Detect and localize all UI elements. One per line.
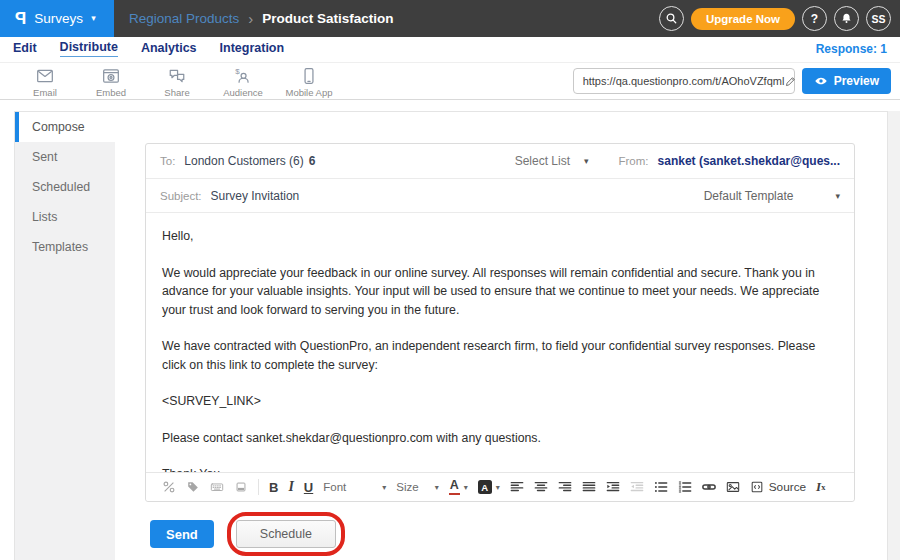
- subject-input[interactable]: Survey Invitation: [211, 189, 300, 203]
- channel-list: Email Embed Share $ Audience Mobile App: [12, 65, 342, 98]
- background-color-button[interactable]: A▾: [478, 480, 500, 494]
- right-gutter: [888, 111, 900, 560]
- select-list-dropdown[interactable]: Select List ▾: [515, 154, 589, 168]
- keyboard-button[interactable]: [210, 480, 224, 494]
- audience-icon: $: [234, 67, 252, 85]
- content-area: Compose Sent Scheduled Lists Templates T…: [0, 111, 900, 560]
- channel-embed[interactable]: Embed: [78, 65, 144, 98]
- indent-button[interactable]: [606, 480, 620, 494]
- tab-analytics[interactable]: Analytics: [141, 41, 197, 57]
- font-dropdown[interactable]: Font▾: [323, 481, 386, 493]
- embed-field-button[interactable]: [234, 480, 248, 494]
- keyboard-icon: [210, 480, 224, 494]
- tab-integration[interactable]: Integration: [220, 41, 285, 57]
- tab-edit[interactable]: Edit: [13, 41, 37, 57]
- template-dropdown[interactable]: Default Template ▾: [704, 189, 840, 203]
- email-icon: [36, 67, 54, 85]
- survey-link-button[interactable]: [162, 480, 176, 494]
- to-recipient-list[interactable]: London Customers (6): [184, 154, 303, 168]
- bullet-list-button[interactable]: [654, 480, 668, 494]
- placeholder-box-icon: [234, 480, 248, 494]
- compose-actions: Send Schedule: [145, 512, 870, 556]
- survey-url-field[interactable]: https://qa.questionpro.com/t/AOhoVZfqml: [573, 68, 795, 94]
- tag-button[interactable]: [186, 480, 200, 494]
- underline-button[interactable]: U: [304, 480, 313, 495]
- text-color-button[interactable]: A▾: [449, 479, 468, 495]
- align-left-button[interactable]: [510, 480, 524, 494]
- body-paragraph: Please contact sanket.shekdar@questionpr…: [162, 429, 838, 448]
- chevron-down-icon: ▾: [464, 483, 468, 492]
- size-dropdown[interactable]: Size▾: [396, 481, 438, 493]
- compose-card: To: London Customers (6) 6 Select List ▾…: [145, 143, 855, 502]
- send-button[interactable]: Send: [150, 520, 214, 548]
- source-button[interactable]: Source: [750, 480, 806, 494]
- sidebar-item-compose[interactable]: Compose: [15, 112, 115, 142]
- channel-mobile-app[interactable]: Mobile App: [276, 65, 342, 98]
- outdent-button[interactable]: [630, 480, 644, 494]
- align-justify-icon: [582, 480, 596, 494]
- remove-format-sub: x: [821, 482, 825, 492]
- to-label: To:: [160, 155, 175, 167]
- edit-pencil-icon[interactable]: [784, 75, 797, 88]
- align-right-button[interactable]: [558, 480, 572, 494]
- chevron-down-icon: ▾: [91, 14, 96, 23]
- notifications-button[interactable]: [834, 6, 859, 31]
- body-paragraph: <SURVEY_LINK>: [162, 392, 838, 411]
- preview-label: Preview: [834, 74, 879, 88]
- align-center-button[interactable]: [534, 480, 548, 494]
- sidebar-item-lists[interactable]: Lists: [15, 202, 115, 232]
- channel-label: Share: [164, 87, 189, 98]
- source-label: Source: [769, 480, 806, 494]
- channel-audience[interactable]: $ Audience: [210, 65, 276, 98]
- size-label: Size: [396, 481, 418, 493]
- channel-email[interactable]: Email: [12, 65, 78, 98]
- chevron-down-icon: ▾: [584, 156, 589, 166]
- richtext-toolbar: B I U Font▾ Size▾ A▾ A▾: [146, 472, 854, 501]
- email-panel: Compose Sent Scheduled Lists Templates T…: [14, 111, 888, 560]
- channel-label: Audience: [223, 87, 263, 98]
- header-actions: Upgrade Now ? SS: [659, 6, 900, 31]
- to-row: To: London Customers (6) 6 Select List ▾…: [146, 144, 854, 179]
- help-button[interactable]: ?: [802, 6, 827, 31]
- mobile-app-icon: [300, 67, 318, 85]
- from-sender[interactable]: sanket (sanket.shekdar@ques...: [658, 154, 840, 168]
- italic-button[interactable]: I: [288, 479, 293, 495]
- breadcrumb-folder[interactable]: Regional Products: [129, 11, 239, 26]
- toolbar-separator: [258, 479, 259, 495]
- link-variable-icon: [162, 480, 176, 494]
- bold-button[interactable]: B: [269, 480, 278, 495]
- recipient-count: 6: [309, 154, 316, 168]
- chevron-down-icon: ▾: [435, 483, 439, 492]
- sidebar-item-sent[interactable]: Sent: [15, 142, 115, 172]
- preview-button[interactable]: Preview: [802, 68, 891, 94]
- svg-text:$: $: [235, 67, 240, 76]
- sidebar-item-templates[interactable]: Templates: [15, 232, 115, 262]
- upgrade-now-button[interactable]: Upgrade Now: [691, 8, 795, 30]
- from-label: From:: [619, 155, 649, 167]
- body-paragraph: Hello,: [162, 227, 838, 246]
- numbered-list-button[interactable]: [678, 480, 692, 494]
- remove-format-button[interactable]: Ix: [816, 479, 825, 495]
- channel-label: Email: [33, 87, 57, 98]
- body-paragraph: We would appreciate your feedback in our…: [162, 264, 838, 320]
- numbered-list-icon: [678, 480, 692, 494]
- template-label: Default Template: [704, 189, 794, 203]
- channel-share[interactable]: Share: [144, 65, 210, 98]
- sidebar-item-scheduled[interactable]: Scheduled: [15, 172, 115, 202]
- tab-distribute[interactable]: Distribute: [60, 40, 118, 57]
- subject-label: Subject:: [160, 190, 202, 202]
- schedule-button[interactable]: Schedule: [236, 520, 336, 548]
- tag-icon: [186, 480, 200, 494]
- breadcrumb-separator-icon: ›: [248, 10, 253, 27]
- align-justify-button[interactable]: [582, 480, 596, 494]
- indent-icon: [606, 480, 620, 494]
- user-avatar[interactable]: SS: [866, 6, 891, 31]
- search-button[interactable]: [659, 6, 684, 31]
- insert-image-button[interactable]: [726, 480, 740, 494]
- email-body-editor[interactable]: Hello, We would appreciate your feedback…: [146, 213, 854, 472]
- insert-link-button[interactable]: [702, 480, 716, 494]
- response-count[interactable]: Response: 1: [816, 42, 887, 56]
- surveys-product-menu[interactable]: P Surveys ▾: [0, 0, 114, 37]
- bell-icon: [840, 12, 853, 25]
- text-color-icon: A: [449, 479, 460, 495]
